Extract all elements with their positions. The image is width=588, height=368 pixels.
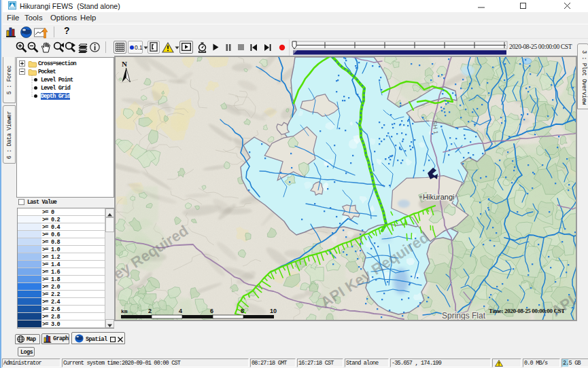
svg-text:6: 6 [210,308,213,314]
svg-text:8: 8 [241,308,244,314]
svg-text:4: 4 [179,308,182,314]
svg-text:10: 10 [270,308,277,314]
svg-text:N: N [122,60,127,68]
svg-text:km: km [121,308,128,314]
svg-text:Springs Flat: Springs Flat [442,311,486,320]
svg-text:Hikurangi: Hikurangi [423,193,454,201]
svg-text:Time: 2020-08-25 00:00:00 CST: Time: 2020-08-25 00:00:00 CST [489,308,565,314]
svg-text:2: 2 [148,308,152,314]
